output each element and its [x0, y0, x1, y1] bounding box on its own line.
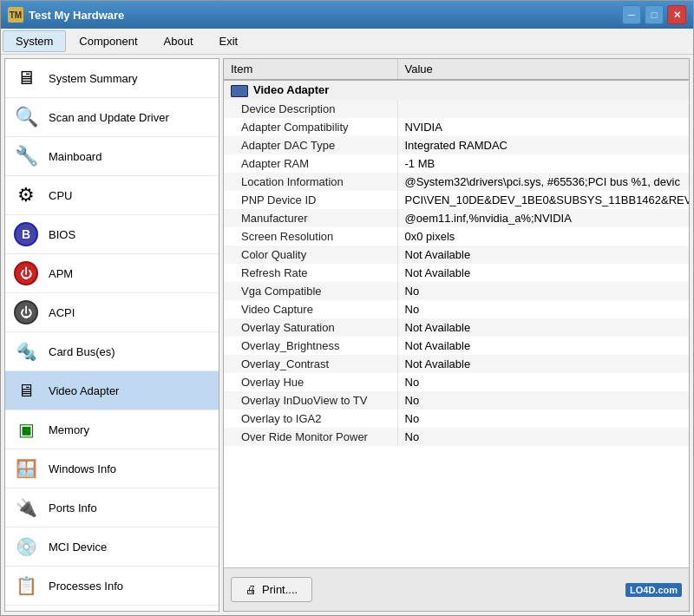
close-button[interactable]: ✕: [667, 5, 686, 24]
sidebar-label-card-buses: Card Bus(es): [49, 345, 115, 358]
table-cell-value: @oem11.inf,%nvidia_a%;NVIDIA: [397, 209, 689, 227]
menu-item-about[interactable]: About: [151, 30, 206, 52]
sidebar-item-acpi[interactable]: ⏻ACPI: [5, 293, 219, 332]
table-cell-item: PNP Device ID: [224, 191, 397, 209]
mainboard-icon: 🔧: [12, 142, 40, 170]
app-icon: TM: [8, 7, 23, 23]
sidebar-label-video-adapter: Video Adapter: [49, 384, 119, 397]
sidebar-item-card-buses[interactable]: 🔩Card Bus(es): [5, 332, 219, 371]
table-cell-value: No: [397, 428, 689, 446]
table-cell-item: Overlay Saturation: [224, 318, 397, 337]
window-controls: ─ □ ✕: [622, 5, 686, 24]
main-content: 🖥System Summary🔍Scan and Update Driver🔧M…: [1, 55, 693, 615]
table-section-header: Video Adapter: [224, 80, 689, 100]
table-cell-value: Integrated RAMDAC: [397, 136, 689, 154]
table-cell-item: Color Quality: [224, 246, 397, 264]
window-title: Test My Hardware: [29, 9, 622, 22]
table-cell-value: Not Available: [397, 337, 689, 355]
sidebar-label-mainboard: Mainboard: [49, 150, 101, 163]
bottom-bar: 🖨 Print.... LO4D.com: [224, 567, 689, 611]
table-cell-item: Adapter Compatibility: [224, 118, 397, 136]
section-header-cell: Video Adapter: [224, 80, 689, 100]
table-row: Location Information@System32\drivers\pc…: [224, 173, 689, 191]
table-cell-value: 0x0 pixels: [397, 227, 689, 246]
table-cell-value: Not Available: [397, 264, 689, 282]
table-cell-item: Overlay InDuoView to TV: [224, 391, 397, 410]
table-cell-value: NVIDIA: [397, 118, 689, 136]
sidebar-label-processes-info: Processes Info: [49, 580, 123, 593]
sidebar-item-mci-device[interactable]: 💿MCI Device: [5, 528, 219, 567]
table-cell-item: Over Ride Monitor Power: [224, 428, 397, 446]
sidebar-label-cpu: CPU: [49, 189, 72, 202]
sidebar-item-memory[interactable]: ▣Memory: [5, 410, 219, 449]
sidebar-item-mainboard[interactable]: 🔧Mainboard: [5, 137, 219, 176]
table-cell-item: Vga Compatible: [224, 282, 397, 300]
cpu-icon: ⚙: [12, 181, 40, 209]
sidebar-item-windows-info[interactable]: 🪟Windows Info: [5, 449, 219, 488]
acpi-icon: ⏻: [12, 298, 40, 326]
table-row: Manufacturer@oem11.inf,%nvidia_a%;NVIDIA: [224, 209, 689, 227]
bios-icon: B: [12, 220, 40, 248]
table-row: Screen Resolution0x0 pixels: [224, 227, 689, 246]
table-cell-value: No: [397, 391, 689, 410]
table-cell-value: Not Available: [397, 318, 689, 337]
watermark: LO4D.com: [625, 583, 682, 597]
table-cell-value: No: [397, 410, 689, 428]
ports-info-icon: 🔌: [12, 494, 40, 521]
table-cell-value: [397, 100, 689, 118]
print-button[interactable]: 🖨 Print....: [231, 577, 312, 602]
data-table-container[interactable]: Item Value Video AdapterDevice Descripti…: [224, 59, 689, 567]
sidebar-item-scan-update-driver[interactable]: 🔍Scan and Update Driver: [5, 98, 219, 137]
menu-item-component[interactable]: Component: [66, 30, 150, 52]
table-row: Overlay InDuoView to TVNo: [224, 391, 689, 410]
table-cell-value: No: [397, 300, 689, 318]
table-row: Adapter DAC TypeIntegrated RAMDAC: [224, 136, 689, 154]
table-cell-value: Not Available: [397, 355, 689, 373]
table-cell-item: Overlay_Contrast: [224, 355, 397, 373]
table-cell-item: Device Description: [224, 100, 397, 118]
sidebar-label-acpi: ACPI: [49, 306, 75, 319]
table-cell-item: Screen Resolution: [224, 227, 397, 246]
menu-item-system[interactable]: System: [3, 30, 66, 52]
sidebar-item-bios[interactable]: BBIOS: [5, 215, 219, 254]
table-cell-item: Overlay Hue: [224, 373, 397, 391]
sidebar-item-system-summary[interactable]: 🖥System Summary: [5, 59, 219, 98]
main-window: TM Test My Hardware ─ □ ✕ SystemComponen…: [0, 0, 694, 616]
table-cell-value: -1 MB: [397, 154, 689, 173]
table-row: Device Description: [224, 100, 689, 118]
title-bar: TM Test My Hardware ─ □ ✕: [1, 1, 693, 29]
maximize-button[interactable]: □: [645, 5, 664, 24]
table-cell-value: Not Available: [397, 246, 689, 264]
sidebar-label-apm: APM: [49, 267, 73, 280]
memory-icon: ▣: [12, 416, 40, 443]
card-buses-icon: 🔩: [12, 337, 40, 365]
col-header-value: Value: [397, 59, 689, 80]
table-row: Video CaptureNo: [224, 300, 689, 318]
minimize-button[interactable]: ─: [622, 5, 641, 24]
watermark-logo: LO4D.com: [625, 583, 682, 597]
table-cell-value: No: [397, 373, 689, 391]
sidebar-item-ports-info[interactable]: 🔌Ports Info: [5, 488, 219, 528]
data-table: Item Value Video AdapterDevice Descripti…: [224, 59, 689, 446]
table-cell-item: Adapter RAM: [224, 154, 397, 173]
table-row: Overlay to IGA2No: [224, 410, 689, 428]
sidebar-item-processes-info[interactable]: 📋Processes Info: [5, 567, 219, 606]
sidebar-label-windows-info: Windows Info: [49, 462, 116, 475]
table-cell-item: Video Capture: [224, 300, 397, 318]
windows-info-icon: 🪟: [12, 455, 40, 482]
processes-info-icon: 📋: [12, 572, 40, 600]
mci-device-icon: 💿: [12, 533, 40, 560]
table-row: Adapter CompatibilityNVIDIA: [224, 118, 689, 136]
menu-item-exit[interactable]: Exit: [206, 30, 252, 52]
sidebar-item-video-adapter[interactable]: 🖥Video Adapter: [5, 371, 219, 410]
table-row: Overlay_ContrastNot Available: [224, 355, 689, 373]
sidebar-item-apm[interactable]: ⏻APM: [5, 254, 219, 293]
table-cell-item: Adapter DAC Type: [224, 136, 397, 154]
system-summary-icon: 🖥: [12, 64, 40, 92]
print-icon: 🖨: [246, 583, 257, 596]
sidebar-label-scan-update-driver: Scan and Update Driver: [49, 111, 169, 124]
table-cell-item: Manufacturer: [224, 209, 397, 227]
apm-icon: ⏻: [12, 259, 40, 287]
sidebar-item-cpu[interactable]: ⚙CPU: [5, 176, 219, 215]
video-adapter-icon: 🖥: [12, 377, 40, 404]
